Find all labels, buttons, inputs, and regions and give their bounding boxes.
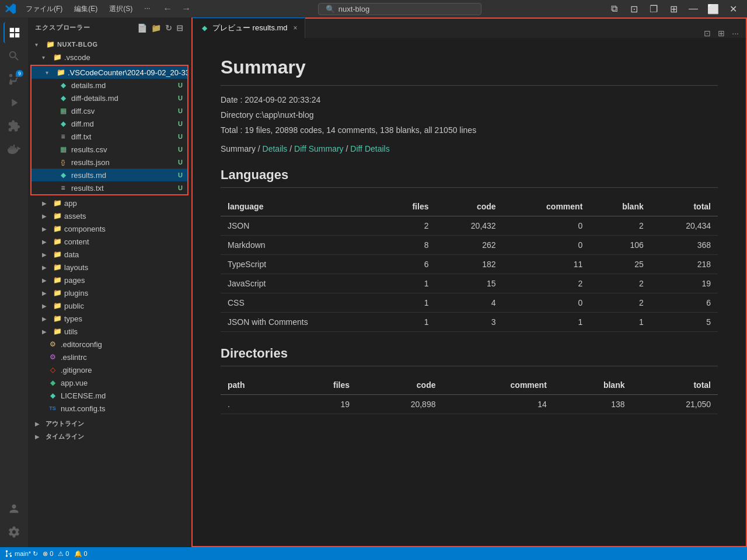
notification-status[interactable]: 🔔 0 bbox=[74, 550, 88, 558]
file-diff-md[interactable]: ◆ diff.md U bbox=[32, 117, 187, 130]
folder-app[interactable]: ▶ 📁 app bbox=[28, 197, 191, 209]
file-gitignore[interactable]: ◇ .gitignore bbox=[28, 363, 191, 376]
menu-dots[interactable]: ··· bbox=[139, 3, 155, 15]
vscode-counter-folder[interactable]: ▾ 📁 .VSCodeCounter\2024-09-02_20-33-24 bbox=[32, 66, 187, 79]
tab-results-md[interactable]: ◆ プレビュー results.md × bbox=[193, 18, 305, 38]
layout-button[interactable]: ⊞ bbox=[664, 2, 683, 15]
file-details-md[interactable]: ◆ details.md U bbox=[32, 79, 187, 92]
nav-back-button[interactable]: ← bbox=[159, 4, 176, 14]
file-nuxt-config[interactable]: TS nuxt.config.ts bbox=[28, 402, 191, 415]
folder-utils[interactable]: ▶ 📁 utils bbox=[28, 325, 191, 338]
tab-close-button[interactable]: × bbox=[294, 24, 298, 32]
types-arrow: ▶ bbox=[42, 316, 50, 322]
nav-forward-button[interactable]: → bbox=[178, 4, 194, 14]
sidebar-toggle-button[interactable]: ⧉ bbox=[605, 2, 623, 15]
search-box[interactable]: 🔍 nuxt-blog bbox=[318, 3, 481, 15]
activity-search[interactable] bbox=[4, 46, 25, 66]
vscode-folder[interactable]: ▾ 📁 .vscode bbox=[28, 51, 191, 64]
activity-docker[interactable] bbox=[4, 139, 25, 160]
folder-components[interactable]: ▶ 📁 components bbox=[28, 222, 191, 235]
activity-extensions[interactable] bbox=[4, 116, 25, 136]
file-app-vue[interactable]: ◆ app.vue bbox=[28, 376, 191, 389]
table-cell: Markdown bbox=[221, 236, 383, 255]
folder-public[interactable]: ▶ 📁 public bbox=[28, 299, 191, 312]
file-results-md[interactable]: ◆ results.md U bbox=[32, 169, 187, 181]
u-badge-1: U bbox=[178, 94, 187, 102]
activity-explorer[interactable] bbox=[4, 22, 25, 43]
folder-types[interactable]: ▶ 📁 types bbox=[28, 312, 191, 325]
outline-section[interactable]: ▶ アウトライン bbox=[28, 417, 191, 430]
link-diff-summary[interactable]: Diff Summary bbox=[294, 144, 344, 153]
tab-actions: ⊡ ⊞ ··· bbox=[701, 29, 746, 38]
file-results-txt[interactable]: ≡ results.txt U bbox=[32, 181, 187, 194]
maximize-button[interactable]: ⬜ bbox=[704, 2, 722, 15]
source-control-badge: 9 bbox=[16, 70, 23, 77]
folder-content[interactable]: ▶ 📁 content bbox=[28, 235, 191, 248]
account-icon[interactable] bbox=[4, 498, 25, 519]
vscode-arrow: ▾ bbox=[42, 54, 50, 61]
activity-source-control[interactable]: 9 bbox=[4, 69, 25, 90]
folder-data[interactable]: ▶ 📁 data bbox=[28, 248, 191, 261]
tab-more-button[interactable]: ··· bbox=[729, 29, 741, 38]
sync-icon: ↻ bbox=[33, 550, 38, 558]
new-folder-icon[interactable]: 📁 bbox=[151, 23, 162, 33]
filename-results-md: results.md bbox=[71, 171, 106, 180]
file-eslintrc[interactable]: ⚙ .eslintrc bbox=[28, 351, 191, 363]
refresh-icon[interactable]: ↻ bbox=[165, 23, 173, 33]
link-diff-details[interactable]: Diff Details bbox=[350, 144, 389, 153]
file-diff-csv[interactable]: ▦ diff.csv U bbox=[32, 104, 187, 117]
table-cell: JSON bbox=[221, 216, 383, 236]
file-editorconfig[interactable]: ⚙ .editorconfig bbox=[28, 338, 191, 351]
timeline-section[interactable]: ▶ タイムライン bbox=[28, 430, 191, 443]
file-license-md[interactable]: ◆ LICENSE.md bbox=[28, 389, 191, 402]
sidebar-title: エクスプローラー bbox=[35, 23, 90, 32]
folder-assets[interactable]: ▶ 📁 assets bbox=[28, 209, 191, 222]
split-button[interactable]: ❐ bbox=[644, 2, 663, 15]
folder-layouts[interactable]: ▶ 📁 layouts bbox=[28, 261, 191, 274]
new-file-icon[interactable]: 📄 bbox=[137, 23, 148, 33]
col-language: language bbox=[221, 197, 383, 216]
activity-run[interactable] bbox=[4, 92, 25, 113]
menu-select[interactable]: 選択(S) bbox=[104, 3, 137, 15]
filename-gitignore: .gitignore bbox=[61, 366, 92, 374]
txt-icon-diff: ≡ bbox=[58, 132, 68, 141]
split-editor-button[interactable]: ⊡ bbox=[701, 29, 713, 38]
file-diff-txt[interactable]: ≡ diff.txt U bbox=[32, 130, 187, 143]
table-cell: . bbox=[221, 395, 289, 414]
activity-bottom bbox=[4, 498, 25, 542]
md-icon-diffdetails: ◆ bbox=[58, 93, 68, 103]
preview-content[interactable]: Summary Date : 2024-09-02 20:33:24 Direc… bbox=[191, 38, 747, 547]
link-details[interactable]: Details bbox=[263, 144, 288, 153]
settings-icon[interactable] bbox=[4, 522, 25, 542]
error-status[interactable]: ⊗ 0 bbox=[43, 550, 53, 558]
menu-edit[interactable]: 編集(E) bbox=[69, 3, 102, 15]
folder-plugins[interactable]: ▶ 📁 plugins bbox=[28, 286, 191, 299]
folder-pages[interactable]: ▶ 📁 pages bbox=[28, 274, 191, 286]
minimize-button[interactable]: — bbox=[684, 2, 703, 15]
directories-section-title: Directories bbox=[221, 346, 718, 366]
dir-col-total: total bbox=[631, 376, 718, 395]
file-results-csv[interactable]: ▦ results.csv U bbox=[32, 143, 187, 156]
panel-button[interactable]: ⊡ bbox=[624, 2, 643, 15]
root-folder-name: NUXT-BLOG bbox=[57, 41, 98, 48]
table-cell: 15 bbox=[435, 274, 502, 293]
table-row: Markdown82620106368 bbox=[221, 236, 718, 255]
filename-diff-txt: diff.txt bbox=[71, 132, 91, 141]
filename-results-json: results.json bbox=[71, 158, 110, 167]
file-results-json[interactable]: {} results.json U bbox=[32, 156, 187, 169]
collapse-all-icon[interactable]: ⊟ bbox=[176, 23, 184, 33]
plugins-folder-icon: 📁 bbox=[53, 288, 62, 298]
utils-arrow: ▶ bbox=[42, 328, 50, 335]
warning-status[interactable]: ⚠ 0 bbox=[58, 550, 69, 558]
content-arrow: ▶ bbox=[42, 239, 50, 245]
file-diff-details-md[interactable]: ◆ diff-details.md U bbox=[32, 92, 187, 104]
menu-file[interactable]: ファイル(F) bbox=[21, 3, 67, 15]
filename-editorconfig: .editorconfig bbox=[61, 340, 102, 349]
root-folder[interactable]: ▾ 📁 NUXT-BLOG bbox=[28, 38, 191, 51]
close-button[interactable]: ✕ bbox=[724, 2, 742, 15]
folder-data-name: data bbox=[64, 250, 79, 259]
more-actions-button[interactable]: ⊞ bbox=[715, 29, 727, 38]
branch-status[interactable]: main* ↻ bbox=[5, 550, 38, 558]
u-badge-7: U bbox=[178, 172, 187, 178]
md-icon-diff: ◆ bbox=[58, 119, 68, 128]
